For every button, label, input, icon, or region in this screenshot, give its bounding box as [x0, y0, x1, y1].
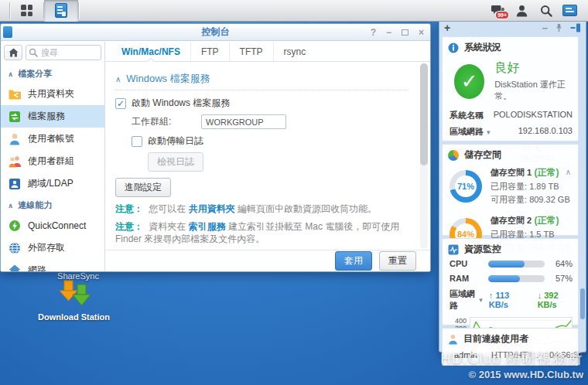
minimize-button[interactable]: − — [386, 28, 391, 37]
pin-icon[interactable] — [555, 23, 563, 32]
sidebar-item-network[interactable]: 網路 — [1, 259, 104, 271]
lan-dropdown-caret[interactable]: ▾ — [487, 128, 491, 136]
panel-scrollbar[interactable] — [580, 37, 585, 349]
chevron-up-icon[interactable]: ∧ — [115, 75, 121, 83]
note-prefix: 注意： — [115, 221, 143, 232]
main-menu-icon — [21, 5, 32, 16]
volume-2-donut: 84% — [450, 218, 482, 250]
help-button[interactable]: ? — [371, 28, 376, 37]
file-services-icon — [8, 110, 22, 124]
shared-folder-link[interactable]: 共用資料夾 — [189, 203, 235, 214]
search-button[interactable] — [535, 0, 556, 22]
widget-title: 系統狀況 — [464, 41, 501, 54]
user-protocol: HTTP/HTT... — [491, 350, 538, 359]
tab-rsync[interactable]: rsync — [274, 42, 316, 61]
sidebar-item-quickconnect[interactable]: QuickConnect — [1, 214, 104, 237]
download-station-icon — [56, 280, 92, 308]
home-button[interactable] — [4, 45, 22, 60]
cpu-bar — [488, 261, 545, 267]
maximize-button[interactable] — [402, 29, 409, 36]
network-throughput-row: 區域網路 ▾ ↑ 113 KB/s ↓ 392 KB/s — [448, 285, 573, 314]
workgroup-input[interactable] — [201, 114, 286, 129]
chevron-up-icon[interactable]: ∧ — [566, 168, 571, 176]
home-icon — [9, 48, 19, 57]
upload-arrow-icon: ↑ — [489, 291, 494, 300]
add-widget-button[interactable]: + — [444, 22, 450, 34]
notifications-button[interactable]: 99+ — [487, 0, 508, 22]
connected-users-icon — [448, 334, 458, 345]
sidebar-item-file-services[interactable]: 檔案服務 — [1, 105, 104, 128]
tab-ftp[interactable]: FTP — [191, 42, 230, 61]
note-prefix: 注意： — [115, 203, 143, 214]
download-station-label: Download Station — [29, 312, 118, 322]
transfer-log-row: 啟動傳輸日誌 — [132, 135, 418, 148]
network-dropdown-caret[interactable]: ▾ — [479, 296, 483, 304]
sidebar-section-connectivity[interactable]: ∧ 連線能力 — [1, 195, 104, 214]
ram-row: RAM 57% — [448, 271, 573, 285]
control-panel-content: Win/Mac/NFS FTP TFTP rsync ∧ Windows 檔案服… — [105, 42, 430, 271]
widget-title: 目前連線使用者 — [463, 332, 528, 346]
main-menu-button[interactable] — [10, 0, 43, 22]
reset-button[interactable]: 重置 — [379, 251, 416, 271]
windows-file-service-section-header: ∧ Windows 檔案服務 — [115, 69, 409, 90]
user-name: admin — [454, 350, 477, 359]
close-button[interactable]: × — [419, 28, 424, 37]
notification-badge: 99+ — [495, 11, 509, 19]
window-title: 控制台 — [202, 26, 230, 39]
advanced-settings-button[interactable]: 進階設定 — [115, 178, 171, 197]
search-icon — [540, 5, 552, 17]
widgets-toggle-button[interactable] — [559, 0, 580, 22]
taskbar-control-panel-button[interactable] — [44, 0, 78, 22]
volume-1-row: 71% 儲存空間 1 (正常) 已用容量: 1.89 TB 可用容量: 809.… — [448, 162, 573, 210]
sidebar-item-label: 網路 — [28, 264, 46, 271]
tab-bar: Win/Mac/NFS FTP TFTP rsync — [105, 42, 430, 62]
network-house-icon — [8, 264, 22, 272]
tab-tftp[interactable]: TFTP — [230, 42, 274, 61]
cpu-row: CPU 64% — [448, 256, 573, 271]
sidebar-item-external-access[interactable]: 外部存取 — [1, 237, 104, 259]
window-titlebar[interactable]: 控制台 ? − × — [1, 24, 430, 41]
collapse-panel-button[interactable]: − — [542, 22, 548, 34]
workgroup-label: 工作群組: — [132, 115, 201, 128]
resource-monitor-widget: 資源監控 CPU 64% RAM 57% 區域網路 ▾ ↑ 113 KB/s ↓… — [442, 238, 579, 325]
scrollbar-thumb[interactable] — [420, 63, 428, 165]
desktop-icon-download-station[interactable]: Download Station — [29, 280, 118, 322]
enable-windows-service-checkbox[interactable]: ✓ — [115, 98, 126, 109]
section-title: Windows 檔案服務 — [126, 72, 210, 86]
sidebar-item-label: 檔案服務 — [28, 110, 65, 123]
widget-panel-header: + − — [439, 20, 586, 36]
ram-percent: 57% — [556, 274, 573, 283]
control-panel-sidebar: ∧ 檔案分享 共用資料夾 檔案服務 — [1, 42, 105, 271]
action-bar: 套用 重置 — [105, 250, 430, 271]
apply-button[interactable]: 套用 — [335, 251, 372, 271]
note-recycle-bin: 注意： 您可以在 共用資料夾 編輯頁面中啟動資源回收筒功能。 — [115, 203, 409, 215]
user-connect-time: 04:36:32 — [549, 350, 583, 359]
sidebar-item-label: 外部存取 — [28, 241, 65, 254]
user-group-icon — [8, 155, 22, 169]
volume-1-donut: 71% — [450, 170, 482, 203]
view-log-button[interactable]: 檢視日誌 — [148, 152, 203, 172]
panel-scrollbar-thumb[interactable] — [580, 288, 585, 319]
indexing-service-link[interactable]: 索引服務 — [189, 221, 226, 232]
sidebar-item-label: QuickConnect — [28, 220, 86, 231]
transfer-log-checkbox[interactable] — [132, 136, 142, 147]
volume-status: (正常) — [535, 167, 559, 178]
dock-panel-icon[interactable] — [570, 23, 581, 32]
lan-row: 區域網路 ▾ 192.168.0.103 — [448, 124, 573, 140]
volume-status: (正常) — [535, 215, 559, 226]
chevron-up-icon: ∧ — [8, 202, 13, 210]
sidebar-item-domain-ldap[interactable]: 網域/LDAP — [1, 172, 104, 195]
checkbox-label: 啟動 Windows 檔案服務 — [132, 97, 230, 110]
quickconnect-icon — [8, 219, 22, 233]
sidebar-item-shared-folder[interactable]: 共用資料夾 — [1, 83, 104, 105]
content-scrollbar[interactable] — [420, 63, 428, 249]
download-arrow-icon: ↓ — [538, 291, 542, 300]
user-menu-button[interactable] — [511, 0, 532, 22]
health-check-icon: ✓ — [454, 64, 484, 99]
note-indexing: 注意： 資料夾在 索引服務 建立索引並掛載至 Mac 電腦後，即可使用 Find… — [115, 220, 409, 245]
sidebar-item-user-group[interactable]: 使用者群組 — [1, 150, 104, 172]
sidebar-item-user-account[interactable]: 使用者帳號 — [1, 128, 104, 150]
sidebar-section-file-sharing[interactable]: ∧ 檔案分享 — [1, 63, 104, 83]
connected-user-row: admin HTTP/HTT... 04:36:32 ∧ — [448, 346, 573, 361]
tab-win-mac-nfs[interactable]: Win/Mac/NFS — [111, 42, 191, 61]
